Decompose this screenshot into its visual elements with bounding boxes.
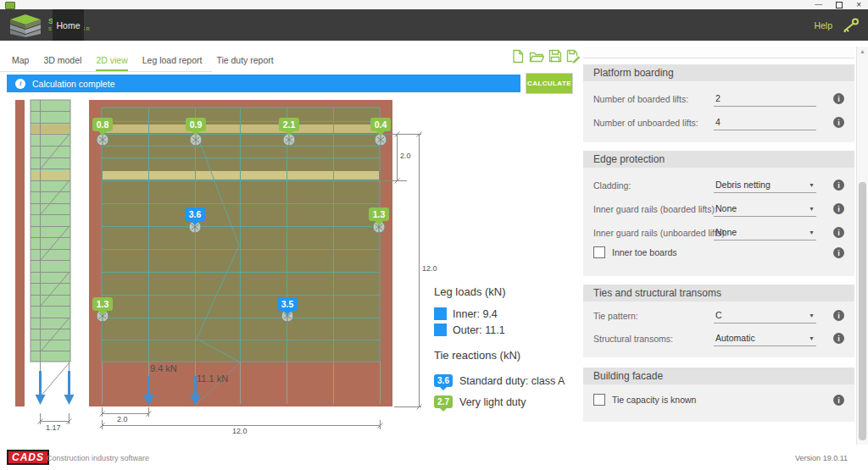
tie-badge: 3.6: [185, 207, 205, 221]
dim-bay-width: 2.0: [117, 415, 128, 423]
guard-rails-boarded-value: None: [715, 203, 737, 213]
tie-badge: 2.1: [279, 118, 299, 131]
scaffold-grid: [102, 108, 380, 362]
tab-map[interactable]: Map: [12, 51, 29, 71]
guard-rails-boarded-label: Inner guard rails (boarded lifts):: [593, 204, 717, 214]
tie-badge: 0.8: [92, 118, 113, 131]
dim-lift-height: 2.0: [400, 152, 411, 160]
boarded-lifts-value: 2: [715, 93, 721, 103]
version-label: Version 19.0.11: [795, 454, 848, 462]
minimize-button[interactable]: —: [815, 0, 822, 9]
leg-load-arrows: [36, 371, 202, 406]
building-wall-side: [15, 100, 25, 406]
section-edge-protection: Edge protection Cladding: Debris netting…: [583, 151, 854, 276]
nav-home-tab[interactable]: Home: [53, 9, 84, 41]
tie-badge: 1.3: [92, 297, 113, 311]
guard-rails-unboarded-select[interactable]: None ▼: [714, 225, 816, 241]
save-as-icon[interactable]: [566, 49, 580, 64]
guard-rails-unboarded-value: None: [715, 227, 737, 237]
info-icon[interactable]: [833, 333, 844, 344]
info-icon[interactable]: [833, 93, 844, 104]
outer-leg-color-swatch: [434, 323, 447, 336]
inner-leg-load-label: 9.4 kN: [150, 363, 177, 373]
panel-scrollbar[interactable]: ▲: [856, 47, 868, 445]
tab-leg-load-report[interactable]: Leg load report: [142, 51, 203, 71]
section-title: Ties and structural transoms: [583, 285, 854, 301]
app-icon: [5, 2, 15, 9]
dimension-lines: [38, 132, 422, 430]
license-key-icon[interactable]: [841, 18, 860, 32]
info-icon[interactable]: [833, 227, 844, 238]
tie-pattern-select[interactable]: C ▼: [714, 308, 816, 323]
close-button[interactable]: ×: [856, 0, 861, 9]
legend: Leg loads (kN) Inner: 9.4 Outer: 11.1 Ti…: [434, 285, 591, 412]
tab-2d-view[interactable]: 2D view: [96, 51, 127, 71]
dim-total-height: 12.0: [422, 264, 437, 273]
info-icon[interactable]: [833, 180, 844, 191]
titlebar: — ×: [0, 0, 868, 9]
tie-pattern-value: C: [715, 310, 722, 320]
tie-capacity-checkbox[interactable]: [593, 394, 605, 406]
info-icon[interactable]: [833, 203, 844, 214]
save-icon[interactable]: [548, 49, 562, 64]
guard-rails-boarded-select[interactable]: None ▼: [714, 202, 816, 217]
new-file-icon[interactable]: [511, 49, 525, 64]
structural-transoms-label: Structural transoms:: [593, 334, 673, 344]
chevron-down-icon: ▼: [809, 229, 815, 235]
inner-toe-boards-checkbox[interactable]: [593, 246, 605, 258]
scrollbar-thumb[interactable]: [859, 182, 866, 440]
open-file-icon[interactable]: [529, 49, 544, 64]
info-icon[interactable]: [833, 247, 844, 258]
section-title: Platform boarding: [583, 64, 854, 81]
app-window: — × SMART SCAFFOLDER Home Help: [0, 0, 868, 470]
boarded-lifts-input[interactable]: 2: [714, 91, 816, 107]
maximize-button[interactable]: [836, 2, 843, 8]
section-ties-transoms: Ties and structural transoms Tie pattern…: [583, 285, 854, 357]
status-banner-text: Calculation complete: [32, 79, 114, 89]
tie-badge: 0.9: [186, 118, 206, 131]
chevron-down-icon: ▼: [809, 182, 815, 188]
info-icon[interactable]: [833, 395, 844, 406]
structural-transoms-value: Automatic: [715, 333, 755, 343]
tie-capacity-label: Tie capacity is known: [612, 395, 696, 405]
footer: CADS Construction industry software Vers…: [0, 445, 868, 470]
tie-pattern-label: Tie pattern:: [593, 311, 638, 321]
cladding-select[interactable]: Debris netting ▼: [714, 178, 816, 193]
unboarded-lifts-input[interactable]: 4: [714, 115, 816, 130]
side-elevation: [31, 100, 70, 397]
tab-3d-model[interactable]: 3D model: [43, 51, 81, 71]
help-link[interactable]: Help: [814, 9, 832, 41]
section-platform-boarding: Platform boarding Number of boarded lift…: [583, 64, 854, 142]
section-title: Building facade: [583, 368, 854, 384]
standard-duty-pin: 3.6: [434, 374, 453, 387]
scroll-up-arrow[interactable]: ▲: [857, 48, 868, 54]
tie-markers: [97, 134, 387, 322]
tie-badge: 3.5: [277, 297, 298, 311]
inner-leg-load: Inner: 9.4: [453, 308, 498, 320]
leg-loads-title: Leg loads (kN): [434, 285, 591, 298]
file-toolbar: [511, 49, 580, 64]
tie-reactions-title: Tie reactions (kN): [434, 349, 591, 362]
chevron-down-icon: ▼: [809, 312, 815, 318]
panel-scrolled-section-edge: [583, 47, 854, 58]
calculate-button[interactable]: CALCULATE: [526, 73, 573, 94]
cladding-label: Cladding:: [593, 180, 631, 191]
unboarded-lifts-label: Number of unboarded lifts:: [593, 118, 698, 128]
section-title: Edge protection: [583, 151, 854, 168]
very-light-duty-pin: 2.7: [434, 395, 453, 408]
dim-total-width: 12.0: [232, 427, 248, 435]
view-tabs: Map 3D model 2D view Leg load report Tie…: [0, 51, 212, 72]
load-leader-line: [196, 362, 240, 405]
tie-badge: 1.3: [369, 207, 389, 221]
inner-toe-boards-label: Inner toe boards: [612, 247, 676, 257]
info-icon[interactable]: [833, 310, 844, 321]
info-icon: [15, 79, 25, 89]
structural-transoms-select[interactable]: Automatic ▼: [714, 331, 816, 346]
info-icon[interactable]: [833, 117, 844, 128]
smart-scaffolder-logo-icon: [7, 13, 44, 37]
cladding-value: Debris netting: [715, 180, 771, 190]
status-banner: Calculation complete: [7, 75, 520, 92]
tab-tie-duty-report[interactable]: Tie duty report: [216, 51, 273, 71]
navbar: SMART SCAFFOLDER Home Help: [0, 9, 868, 41]
footer-tagline: Construction industry software: [47, 454, 149, 462]
